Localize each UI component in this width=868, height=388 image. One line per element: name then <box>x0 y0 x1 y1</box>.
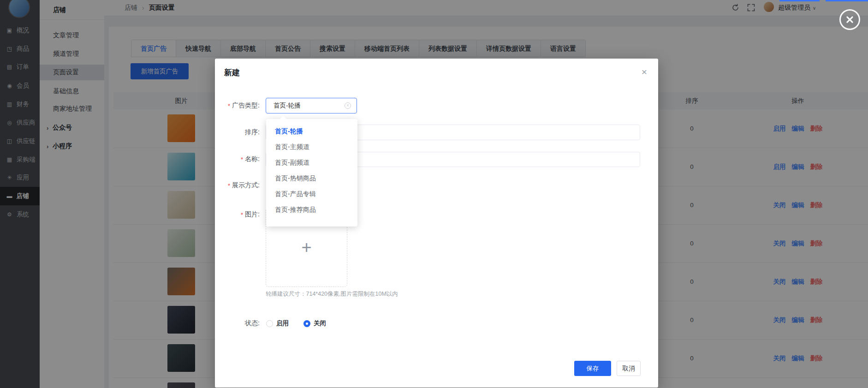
ad-type-row: 广告类型: 首页-轮播 × <box>215 97 357 114</box>
name-label: 名称: <box>215 155 260 163</box>
image-row: 图片: <box>215 208 260 221</box>
overlay-close-button[interactable] <box>839 9 860 30</box>
display-mode-label: 展示方式: <box>215 181 260 190</box>
top-strip-decoration <box>779 0 820 1</box>
status-enable-label[interactable]: 启用 <box>276 319 289 328</box>
sort-label: 排序: <box>215 128 260 137</box>
option-home-hot-goods[interactable]: 首页-热销商品 <box>266 170 357 186</box>
save-button[interactable]: 保存 <box>574 361 611 376</box>
top-strip-decoration <box>826 0 868 1</box>
status-label: 状态: <box>215 319 260 328</box>
option-home-carousel[interactable]: 首页-轮播 <box>266 123 357 139</box>
option-home-sub-channel[interactable]: 首页-副频道 <box>266 155 357 170</box>
ad-type-value: 首页-轮播 <box>273 101 301 110</box>
modal-title: 新建 <box>224 67 240 78</box>
app-screen: ▣概况 ◳商品 ▤订单 ◉会员 ▥财务 ◎供应商 ◫供应链 ▦采购端 ✳应用 ▬… <box>0 0 868 388</box>
image-label: 图片: <box>215 210 260 219</box>
upload-hint: 轮播建议尺寸：714*420像素,图片需限制在10M以内 <box>266 290 398 298</box>
ad-type-select[interactable]: 首页-轮播 × <box>266 98 357 113</box>
modal-close-icon[interactable]: × <box>638 66 650 78</box>
option-home-recommend-goods[interactable]: 首页-推荐商品 <box>266 202 357 217</box>
status-row: 状态: 启用 关闭 <box>215 316 326 331</box>
cancel-button[interactable]: 取消 <box>617 361 641 376</box>
option-home-main-channel[interactable]: 首页-主频道 <box>266 139 357 155</box>
status-radio-enable[interactable] <box>266 320 273 327</box>
display-mode-row: 展示方式: <box>215 178 260 193</box>
ad-type-label: 广告类型: <box>215 101 260 110</box>
clear-icon[interactable]: × <box>345 102 351 109</box>
status-close-label[interactable]: 关闭 <box>314 319 326 328</box>
status-radio-close[interactable] <box>303 320 310 327</box>
plus-icon: + <box>301 238 311 257</box>
option-home-product-album[interactable]: 首页-产品专辑 <box>266 186 357 202</box>
ad-type-dropdown: 首页-轮播 首页-主频道 首页-副频道 首页-热销商品 首页-产品专辑 首页-推… <box>266 119 357 227</box>
